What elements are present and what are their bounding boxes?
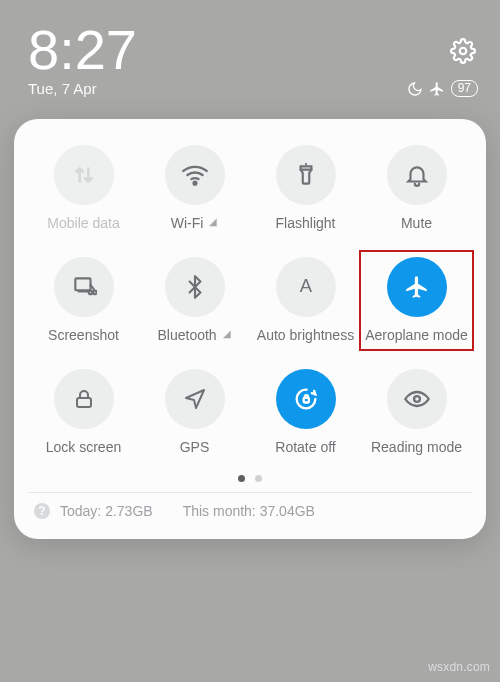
mobile-data-icon — [54, 145, 114, 205]
svg-point-4 — [93, 291, 96, 294]
tile-lock-screen[interactable]: Lock screen — [28, 369, 139, 455]
data-month: This month: 37.04GB — [183, 503, 315, 519]
svg-point-1 — [193, 182, 196, 185]
tiles-grid: Mobile data Wi-Fi ◢ Flashlight Mute Scre — [28, 145, 472, 455]
tile-label: Lock screen — [46, 439, 121, 455]
tile-label: Bluetooth ◢ — [157, 327, 231, 343]
settings-icon[interactable] — [450, 38, 476, 64]
tile-auto-brightness[interactable]: A Auto brightness — [250, 257, 361, 343]
status-indicators: 97 — [407, 80, 478, 97]
status-header: 8:27 Tue, 7 Apr 97 — [0, 0, 500, 97]
airplane-icon — [387, 257, 447, 317]
screenshot-icon — [54, 257, 114, 317]
bluetooth-icon — [165, 257, 225, 317]
tile-wifi[interactable]: Wi-Fi ◢ — [139, 145, 250, 231]
tile-label: GPS — [180, 439, 210, 455]
page-dot-2 — [255, 475, 262, 482]
rotate-lock-icon — [276, 369, 336, 429]
page-dot-1 — [238, 475, 245, 482]
tile-mobile-data[interactable]: Mobile data — [28, 145, 139, 231]
battery-indicator: 97 — [451, 80, 478, 97]
gps-arrow-icon — [165, 369, 225, 429]
watermark: wsxdn.com — [428, 660, 490, 674]
tile-label: Rotate off — [275, 439, 335, 455]
tile-aeroplane-mode[interactable]: Aeroplane mode — [359, 250, 474, 351]
tile-mute[interactable]: Mute — [361, 145, 472, 231]
svg-point-0 — [460, 48, 467, 55]
page-dots[interactable] — [28, 475, 472, 482]
tile-rotate-off[interactable]: Rotate off — [250, 369, 361, 455]
tile-label: Auto brightness — [257, 327, 354, 343]
wifi-icon — [165, 145, 225, 205]
tile-screenshot[interactable]: Screenshot — [28, 257, 139, 343]
tile-label: Flashlight — [276, 215, 336, 231]
mute-bell-icon — [387, 145, 447, 205]
lock-icon — [54, 369, 114, 429]
clock-time: 8:27 — [28, 22, 472, 78]
svg-point-9 — [414, 396, 420, 402]
flashlight-icon — [276, 145, 336, 205]
auto-brightness-icon: A — [276, 257, 336, 317]
tile-label: Mobile data — [47, 215, 119, 231]
tile-label: Reading mode — [371, 439, 462, 455]
tile-label: Mute — [401, 215, 432, 231]
tile-flashlight[interactable]: Flashlight — [250, 145, 361, 231]
info-icon: ? — [34, 503, 50, 519]
tile-gps[interactable]: GPS — [139, 369, 250, 455]
quick-settings-panel: Mobile data Wi-Fi ◢ Flashlight Mute Scre — [14, 119, 486, 539]
divider — [28, 492, 472, 493]
svg-rect-2 — [75, 278, 90, 290]
tile-label: Screenshot — [48, 327, 119, 343]
tile-label: Wi-Fi ◢ — [171, 215, 219, 231]
svg-rect-6 — [77, 398, 91, 407]
tile-bluetooth[interactable]: Bluetooth ◢ — [139, 257, 250, 343]
data-usage-row[interactable]: ? Today: 2.73GB This month: 37.04GB — [28, 503, 472, 525]
data-today: Today: 2.73GB — [60, 503, 153, 519]
tile-label: Aeroplane mode — [365, 327, 468, 343]
airplane-status-icon — [429, 81, 445, 97]
svg-text:A: A — [299, 275, 312, 296]
clock-date: Tue, 7 Apr — [28, 80, 472, 97]
tile-reading-mode[interactable]: Reading mode — [361, 369, 472, 455]
dnd-moon-icon — [407, 81, 423, 97]
reading-eye-icon — [387, 369, 447, 429]
